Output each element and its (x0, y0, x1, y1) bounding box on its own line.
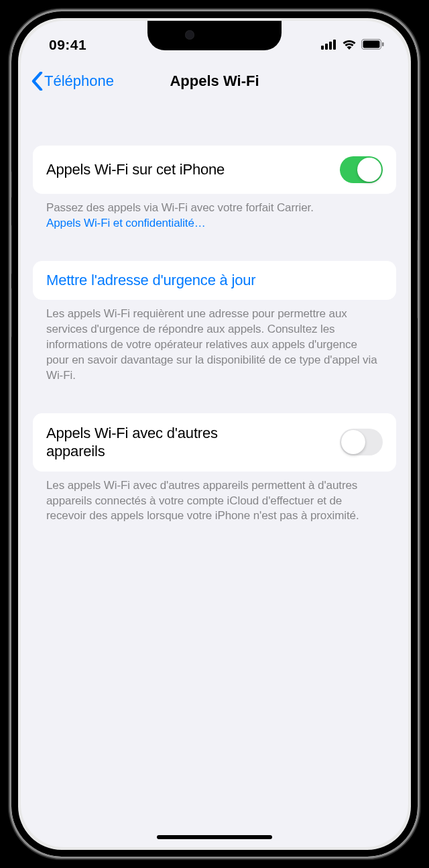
volume-up-button (9, 225, 12, 274)
navigation-bar: Téléphone Appels Wi-Fi (21, 62, 408, 100)
svg-rect-5 (363, 41, 380, 48)
section2-footer: Les appels Wi-Fi requièrent une adresse … (33, 300, 396, 384)
wifi-calling-other-devices-label: Appels Wi-Fi avec d'autres appareils (46, 424, 247, 461)
back-button[interactable]: Téléphone (32, 72, 114, 91)
status-time: 09:41 (49, 37, 129, 53)
privacy-link[interactable]: Appels Wi-Fi et confidentialité… (46, 217, 206, 229)
svg-rect-6 (382, 42, 384, 46)
section3-footer: Les appels Wi-Fi avec d'autres appareils… (33, 472, 396, 525)
wifi-calling-iphone-label: Appels Wi-Fi sur cet iPhone (46, 160, 225, 179)
toggle-knob (357, 158, 381, 182)
silence-switch (9, 171, 12, 198)
wifi-calling-iphone-toggle[interactable] (340, 156, 383, 183)
front-camera (185, 30, 194, 40)
wifi-icon (342, 37, 357, 53)
back-label: Téléphone (44, 72, 114, 90)
content: Appels Wi-Fi sur cet iPhone Passez des a… (21, 100, 408, 524)
toggle-knob (341, 430, 365, 454)
status-indicators (321, 37, 384, 53)
power-button (417, 239, 420, 319)
home-indicator[interactable] (157, 835, 272, 839)
section1-footer-text: Passez des appels via Wi-Fi avec votre f… (46, 201, 314, 214)
cellular-icon (321, 37, 337, 53)
phone-frame: 09:41 (9, 9, 420, 859)
svg-rect-3 (333, 40, 336, 50)
battery-icon (361, 37, 384, 53)
wifi-calling-other-devices-toggle[interactable] (340, 429, 383, 455)
wifi-calling-iphone-cell[interactable]: Appels Wi-Fi sur cet iPhone (33, 146, 396, 194)
chevron-left-icon (32, 72, 43, 91)
screen: 09:41 (21, 21, 408, 847)
section1-footer: Passez des appels via Wi-Fi avec votre f… (33, 194, 396, 231)
volume-down-button (9, 288, 12, 337)
update-emergency-address-label: Mettre l'adresse d'urgence à jour (46, 272, 255, 289)
wifi-calling-other-devices-cell[interactable]: Appels Wi-Fi avec d'autres appareils (33, 413, 396, 472)
notch (147, 21, 282, 50)
svg-rect-1 (325, 44, 328, 50)
update-emergency-address-cell[interactable]: Mettre l'adresse d'urgence à jour (33, 261, 396, 300)
svg-rect-0 (321, 46, 324, 50)
svg-rect-2 (329, 42, 332, 50)
